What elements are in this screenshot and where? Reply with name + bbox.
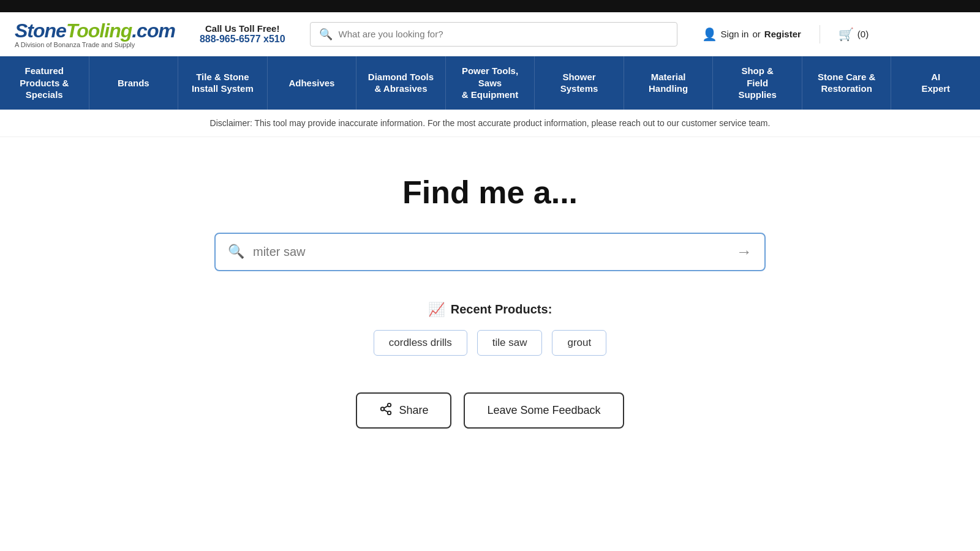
nav-item-brands[interactable]: Brands	[89, 56, 179, 110]
nav-item-adhesives[interactable]: Adhesives	[268, 56, 357, 110]
register-link[interactable]: Register	[764, 29, 801, 39]
svg-line-3	[384, 410, 388, 412]
logo-area[interactable]: StoneTooling.com A Division of Bonanza T…	[15, 20, 175, 48]
logo-stone: StoneTooling.com	[15, 20, 175, 42]
recent-label: 📈 Recent Products:	[428, 302, 552, 318]
recent-tag-cordless-drills[interactable]: cordless drills	[374, 330, 467, 356]
recent-tag-grout[interactable]: grout	[552, 330, 606, 356]
logo: StoneTooling.com	[15, 20, 175, 42]
nav-item-diamond-tools[interactable]: Diamond Tools & Abrasives	[356, 56, 446, 110]
share-icon	[379, 402, 393, 419]
user-icon: 👤	[702, 27, 717, 42]
share-button-label: Share	[399, 404, 428, 417]
cart-icon: 🛒	[839, 27, 854, 42]
svg-line-4	[384, 405, 388, 408]
nav-item-tile-stone[interactable]: Tile & Stone Install System	[178, 56, 268, 110]
recent-tags: cordless drills tile saw grout	[374, 330, 606, 356]
nav-item-featured[interactable]: Featured Products & Specials	[0, 56, 89, 110]
recent-tag-tile-saw[interactable]: tile saw	[477, 330, 543, 356]
cart-area[interactable]: 🛒 (0)	[839, 27, 869, 42]
header-search-input[interactable]	[339, 29, 668, 39]
search-icon: 🔍	[319, 28, 333, 41]
user-area: 👤 Sign in or Register	[702, 27, 801, 42]
share-button[interactable]: Share	[356, 392, 451, 429]
big-search-wrapper: 🔍 →	[214, 233, 766, 271]
nav-item-power-tools[interactable]: Power Tools, Saws & Equipment	[446, 56, 535, 110]
top-bar	[0, 0, 980, 12]
header: StoneTooling.com A Division of Bonanza T…	[0, 12, 980, 56]
phone-label: Call Us Toll Free!	[200, 23, 285, 34]
big-search-icon: 🔍	[228, 244, 244, 260]
or-text: or	[752, 29, 760, 39]
nav-item-shower[interactable]: Shower Systems	[535, 56, 624, 110]
disclaimer-text: Disclaimer: This tool may provide inaccu…	[0, 110, 980, 137]
main-content: Find me a... 🔍 → 📈 Recent Products: cord…	[0, 137, 980, 453]
big-search-input[interactable]	[253, 245, 736, 259]
nav-item-material[interactable]: Material Handling	[624, 56, 714, 110]
trending-icon: 📈	[428, 302, 445, 318]
header-divider	[820, 25, 820, 43]
phone-number[interactable]: 888-965-6577 x510	[200, 34, 285, 45]
cart-count: (0)	[858, 29, 869, 39]
header-search-box[interactable]: 🔍	[310, 22, 677, 47]
nav-item-stone-care[interactable]: Stone Care & Restoration	[802, 56, 892, 110]
sign-in-link[interactable]: Sign in	[721, 29, 749, 39]
feedback-button-label: Leave Some Feedback	[487, 404, 600, 417]
nav-item-ai[interactable]: AI Expert	[891, 56, 980, 110]
phone-area: Call Us Toll Free! 888-965-6577 x510	[200, 23, 285, 45]
recent-section: 📈 Recent Products: cordless drills tile …	[12, 302, 968, 356]
feedback-button[interactable]: Leave Some Feedback	[464, 392, 624, 429]
nav-item-shop-field[interactable]: Shop & Field Supplies	[713, 56, 802, 110]
bottom-buttons: Share Leave Some Feedback	[356, 392, 624, 429]
nav-bar: Featured Products & Specials Brands Tile…	[0, 56, 980, 110]
search-submit-arrow[interactable]: →	[736, 242, 752, 261]
find-title: Find me a...	[402, 174, 578, 211]
recent-label-text: Recent Products:	[451, 302, 552, 317]
header-search-area: 🔍	[310, 22, 677, 47]
